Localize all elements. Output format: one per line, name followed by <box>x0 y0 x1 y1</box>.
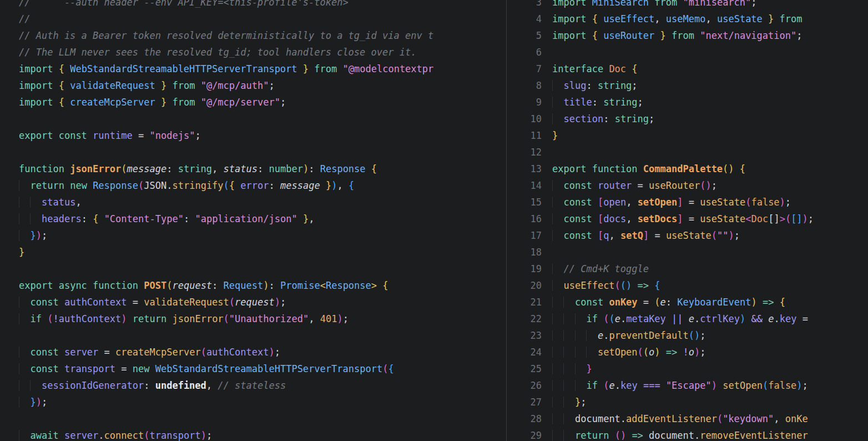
code-line[interactable]: status, <box>0 194 506 211</box>
left-pane-code: // --auth header --env API_KEY=<this-pro… <box>0 0 506 441</box>
code-line[interactable]: const server = createMcpServer(authConte… <box>0 344 506 360</box>
code-line[interactable]: 22 if ((e.metaKey || e.ctrlKey) && e.key… <box>507 310 868 327</box>
code-line[interactable]: 27 }; <box>507 394 868 410</box>
code-line[interactable] <box>0 327 506 344</box>
code-line[interactable]: import { validateRequest } from "@/mcp/a… <box>0 77 506 94</box>
code-line[interactable]: 20 useEffect(() => { <box>507 277 868 294</box>
code-line[interactable]: 7interface Doc { <box>507 61 868 77</box>
code-line[interactable]: if (!authContext) return jsonError("Unau… <box>0 310 506 327</box>
line-number[interactable]: 12 <box>507 144 552 161</box>
line-number[interactable]: 24 <box>507 344 552 360</box>
line-number[interactable]: 10 <box>507 111 552 127</box>
code-line[interactable] <box>0 260 506 277</box>
line-number[interactable]: 5 <box>507 27 552 44</box>
code-text: useEffect(() => { <box>552 277 660 294</box>
code-line[interactable]: 11} <box>507 127 868 144</box>
code-line[interactable]: 18 <box>507 244 868 260</box>
line-number[interactable]: 18 <box>507 244 552 260</box>
code-line[interactable]: 13export function CommandPalette() { <box>507 161 868 177</box>
code-line[interactable]: export async function POST(request: Requ… <box>0 277 506 294</box>
editor-pane-left[interactable]: // --auth header --env API_KEY=<this-pro… <box>0 0 506 441</box>
code-line[interactable]: import { createMcpServer } from "@/mcp/s… <box>0 94 506 111</box>
line-number[interactable]: 20 <box>507 277 552 294</box>
code-line[interactable]: export const runtime = "nodejs"; <box>0 127 506 144</box>
code-text: const router = useRouter(); <box>552 177 717 194</box>
line-number[interactable]: 22 <box>507 310 552 327</box>
line-number[interactable]: 13 <box>507 161 552 177</box>
code-text: export function CommandPalette() { <box>552 161 745 177</box>
code-line[interactable]: // Auth is a Bearer token resolved deter… <box>0 27 506 44</box>
code-line[interactable]: 28 document.addEventListener("keydown", … <box>507 410 868 427</box>
editor-pane-right[interactable]: 3import MiniSearch from "minisearch";4im… <box>507 0 868 441</box>
code-line[interactable]: sessionIdGenerator: undefined, // statel… <box>0 377 506 394</box>
code-line[interactable]: // <box>0 11 506 27</box>
code-text: }); <box>19 230 47 241</box>
line-number[interactable]: 7 <box>507 61 552 77</box>
code-line[interactable]: 10 section: string; <box>507 111 868 127</box>
line-number[interactable]: 27 <box>507 394 552 410</box>
line-number[interactable]: 8 <box>507 77 552 94</box>
code-line[interactable]: const transport = new WebStandardStreama… <box>0 360 506 377</box>
code-line[interactable]: }); <box>0 227 506 244</box>
code-line[interactable]: 19 // Cmd+K toggle <box>507 260 868 277</box>
code-line[interactable]: import { WebStandardStreamableHTTPServer… <box>0 61 506 77</box>
code-line[interactable]: 17 const [q, setQ] = useState(""); <box>507 227 868 244</box>
code-text: // Cmd+K toggle <box>552 260 649 277</box>
code-text: const [docs, setDocs] = useState<Doc[]>(… <box>552 211 814 227</box>
line-number[interactable]: 21 <box>507 294 552 310</box>
code-line[interactable]: 9 title: string; <box>507 94 868 111</box>
code-line[interactable]: 8 slug: string; <box>507 77 868 94</box>
right-pane-code: 3import MiniSearch from "minisearch";4im… <box>507 0 868 441</box>
line-number[interactable]: 29 <box>507 427 552 441</box>
code-line[interactable]: 23 e.preventDefault(); <box>507 327 868 344</box>
line-number[interactable]: 14 <box>507 177 552 194</box>
line-number[interactable]: 3 <box>507 0 552 11</box>
code-line[interactable]: 5import { useRouter } from "next/navigat… <box>507 27 868 44</box>
line-number[interactable]: 25 <box>507 360 552 377</box>
line-number[interactable]: 6 <box>507 44 552 61</box>
line-number[interactable]: 4 <box>507 11 552 27</box>
code-line[interactable]: // --auth header --env API_KEY=<this-pro… <box>0 0 506 11</box>
line-number[interactable]: 19 <box>507 260 552 277</box>
code-line[interactable]: const authContext = validateRequest(requ… <box>0 294 506 310</box>
code-line[interactable]: 21 const onKey = (e: KeyboardEvent) => { <box>507 294 868 310</box>
line-number[interactable]: 23 <box>507 327 552 344</box>
code-line[interactable]: 26 if (e.key === "Escape") setOpen(false… <box>507 377 868 394</box>
line-number[interactable]: 16 <box>507 211 552 227</box>
code-line[interactable]: 3import MiniSearch from "minisearch"; <box>507 0 868 11</box>
code-line[interactable]: 14 const router = useRouter(); <box>507 177 868 194</box>
code-line[interactable] <box>0 144 506 161</box>
code-text: } <box>552 127 558 144</box>
code-line[interactable]: 29 return () => document.removeEventList… <box>507 427 868 441</box>
code-line[interactable]: }); <box>0 394 506 410</box>
code-line[interactable]: 25 } <box>507 360 868 377</box>
code-text: }); <box>19 397 47 408</box>
code-line[interactable] <box>0 410 506 427</box>
code-line[interactable]: // The LLM never sees the resolved tg_id… <box>0 44 506 61</box>
code-line[interactable]: 16 const [docs, setDocs] = useState<Doc[… <box>507 211 868 227</box>
code-line[interactable]: await server.connect(transport); <box>0 427 506 441</box>
code-line[interactable]: return new Response(JSON.stringify({ err… <box>0 177 506 194</box>
code-text: status, <box>19 197 82 208</box>
line-number[interactable]: 9 <box>507 94 552 111</box>
code-text: import { createMcpServer } from "@/mcp/s… <box>19 97 286 108</box>
code-line[interactable]: 24 setOpen((o) => !o); <box>507 344 868 360</box>
code-text: // --auth header --env API_KEY=<this-pro… <box>19 0 349 8</box>
line-number[interactable]: 26 <box>507 377 552 394</box>
code-text: }; <box>552 394 586 410</box>
code-line[interactable]: headers: { "Content-Type": "application/… <box>0 211 506 227</box>
code-line[interactable]: } <box>0 244 506 260</box>
code-text: headers: { "Content-Type": "application/… <box>19 213 314 224</box>
line-number[interactable]: 17 <box>507 227 552 244</box>
code-line[interactable]: 6 <box>507 44 868 61</box>
line-number[interactable]: 11 <box>507 127 552 144</box>
code-line[interactable] <box>0 111 506 127</box>
line-number[interactable]: 28 <box>507 410 552 427</box>
code-line[interactable]: 12 <box>507 144 868 161</box>
code-text: // Auth is a Bearer token resolved deter… <box>19 30 433 41</box>
code-line[interactable]: 15 const [open, setOpen] = useState(fals… <box>507 194 868 211</box>
code-line[interactable]: 4import { useEffect, useMemo, useState }… <box>507 11 868 27</box>
line-number[interactable]: 15 <box>507 194 552 211</box>
code-text: section: string; <box>552 111 654 127</box>
code-line[interactable]: function jsonError(message: string, stat… <box>0 161 506 177</box>
